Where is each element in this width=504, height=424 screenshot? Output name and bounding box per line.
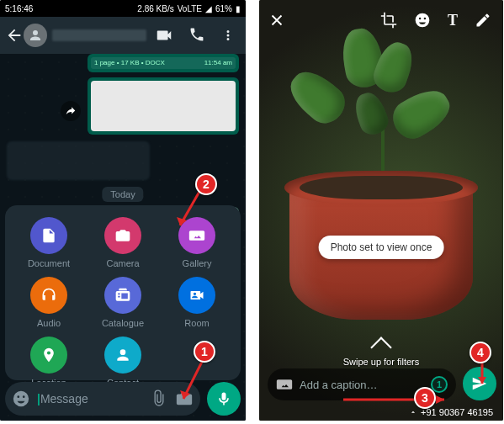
view-once-callout: Photo set to view once <box>319 236 444 259</box>
send-button[interactable] <box>463 367 496 400</box>
forward-icon[interactable] <box>61 101 81 121</box>
avatar[interactable] <box>24 24 47 47</box>
incoming-bubble-redacted[interactable] <box>7 141 150 180</box>
video-call-icon[interactable] <box>155 26 173 45</box>
attach-icon[interactable] <box>150 390 168 408</box>
attach-location[interactable]: Location <box>30 337 67 388</box>
attach-catalogue[interactable]: Catalogue <box>102 277 144 328</box>
draw-icon[interactable] <box>475 12 491 29</box>
status-time: 5:16:46 <box>5 4 33 13</box>
attach-room[interactable]: Room <box>178 277 215 328</box>
caption-input[interactable]: Add a caption… <box>300 379 424 391</box>
swipe-up-hint[interactable]: Swipe up for filters <box>259 340 503 367</box>
attach-audio[interactable]: Audio <box>30 277 67 328</box>
crop-icon[interactable] <box>380 12 397 29</box>
message-input[interactable]: |Message <box>37 392 143 405</box>
chat-header <box>0 17 246 54</box>
camera-icon[interactable] <box>175 390 194 408</box>
recipient-chip[interactable]: +91 90367 46195 <box>409 407 493 417</box>
status-right: 2.86 KB/s VoLTE ◢ 61% ▮ <box>137 4 241 13</box>
annotation-badge-4: 4 <box>470 342 491 363</box>
status-bar: 5:16:46 2.86 KB/s VoLTE ◢ 61% ▮ <box>0 0 246 17</box>
attach-gallery[interactable]: Gallery <box>178 217 215 268</box>
contact-name-redacted[interactable] <box>52 29 146 41</box>
date-divider: Today <box>102 187 143 202</box>
photo-editor-screen: T Photo set to view once Swipe up for fi… <box>259 0 503 421</box>
more-icon[interactable] <box>220 26 236 45</box>
attach-document[interactable]: Document <box>28 217 70 268</box>
mic-button[interactable] <box>207 382 241 416</box>
emoji-icon[interactable] <box>12 390 30 408</box>
message-input-bar[interactable]: |Message <box>5 382 200 416</box>
annotation-badge-1: 1 <box>194 341 215 363</box>
annotation-badge-2: 2 <box>195 173 217 195</box>
voice-call-icon[interactable] <box>188 26 205 43</box>
attach-camera[interactable]: Camera <box>104 217 141 268</box>
outgoing-document-bubble[interactable]: 1 page • 17 KB • DOCX 11:54 am <box>88 54 239 72</box>
annotation-badge-3: 3 <box>414 387 436 409</box>
attach-contact[interactable]: Contact <box>104 337 141 388</box>
add-media-icon[interactable] <box>276 376 293 393</box>
editor-toolbar: T <box>259 5 503 35</box>
close-icon[interactable] <box>268 11 286 29</box>
outgoing-image-bubble[interactable] <box>88 77 239 135</box>
text-tool-icon[interactable]: T <box>448 12 458 29</box>
back-icon[interactable] <box>5 26 24 45</box>
sticker-icon[interactable] <box>414 12 431 29</box>
